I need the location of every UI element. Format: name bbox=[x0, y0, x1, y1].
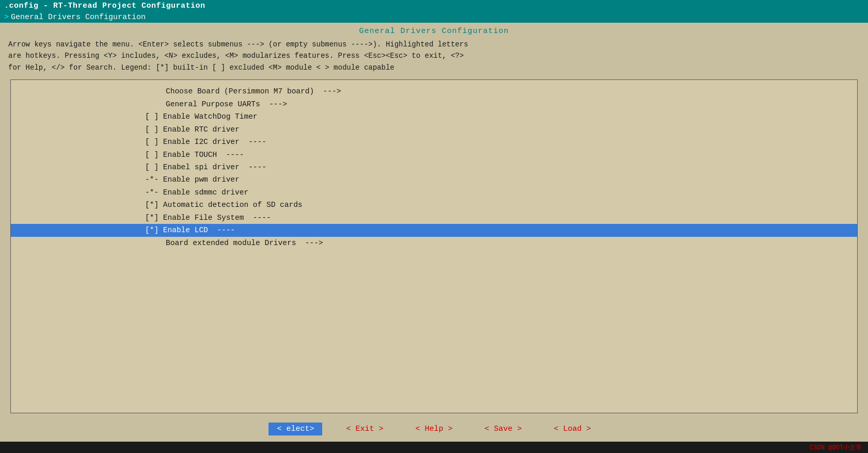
menu-item-enable-lcd[interactable]: [*] Enable LCD ---- bbox=[11, 224, 857, 236]
help-line-3: for Help, </> for Search. Legend: [*] bu… bbox=[8, 62, 860, 73]
bottom-bar: CSDN @DOT小文哥 bbox=[0, 442, 868, 453]
menu-item-enable-pwm[interactable]: -*- Enable pwm driver bbox=[11, 173, 857, 186]
menu-item-enable-rtc[interactable]: [ ] Enable RTC driver bbox=[11, 123, 857, 136]
breadcrumb-bar: > General Drivers Configuration bbox=[0, 12, 868, 23]
select-button[interactable]: < elect> bbox=[269, 423, 322, 435]
menu-item-enable-spi[interactable]: [ ] Enabel spi driver ---- bbox=[11, 161, 857, 173]
menu-box: Choose Board (Persimmon M7 board) --->Ge… bbox=[10, 79, 858, 413]
menu-item-enable-watchdog[interactable]: [ ] Enable WatchDog Timer bbox=[11, 110, 857, 123]
menu-item-board-extended[interactable]: Board extended module Drivers ---> bbox=[11, 237, 857, 249]
help-line-1: Arrow keys navigate the menu. <Enter> se… bbox=[8, 39, 860, 50]
title-bar: .config - RT-Thread Project Configuratio… bbox=[0, 0, 868, 12]
menu-item-general-purpose-uarts[interactable]: General Purpose UARTs ---> bbox=[11, 98, 857, 110]
menu-item-enable-sdmmc[interactable]: -*- Enable sdmmc driver bbox=[11, 186, 857, 199]
config-title: General Drivers Configuration bbox=[0, 23, 868, 38]
menu-item-auto-detection-sd[interactable]: [*] Automatic detection of SD cards bbox=[11, 199, 857, 211]
save-button[interactable]: < Save > bbox=[477, 423, 530, 435]
menu-item-enable-i2c[interactable]: [ ] Enable I2C driver ---- bbox=[11, 136, 857, 148]
menu-item-enable-touch[interactable]: [ ] Enable TOUCH ---- bbox=[11, 149, 857, 161]
help-text: Arrow keys navigate the menu. <Enter> se… bbox=[0, 38, 868, 77]
bottom-buttons: < elect> < Exit > < Help > < Save > < Lo… bbox=[0, 417, 868, 442]
exit-button[interactable]: < Exit > bbox=[338, 423, 391, 435]
main-area: General Drivers Configuration Arrow keys… bbox=[0, 23, 868, 442]
breadcrumb-text: General Drivers Configuration bbox=[11, 13, 146, 22]
menu-item-enable-filesystem[interactable]: [*] Enable File System ---- bbox=[11, 212, 857, 224]
load-button[interactable]: < Load > bbox=[546, 423, 599, 435]
menu-item-choose-board[interactable]: Choose Board (Persimmon M7 board) ---> bbox=[11, 85, 857, 98]
breadcrumb-arrow: > bbox=[4, 13, 9, 22]
title-text: .config - RT-Thread Project Configuratio… bbox=[4, 2, 206, 10]
watermark: CSDN @DOT小文哥 bbox=[810, 444, 862, 451]
help-button[interactable]: < Help > bbox=[407, 423, 461, 435]
help-line-2: are hotkeys. Pressing <Y> includes, <N> … bbox=[8, 50, 860, 61]
